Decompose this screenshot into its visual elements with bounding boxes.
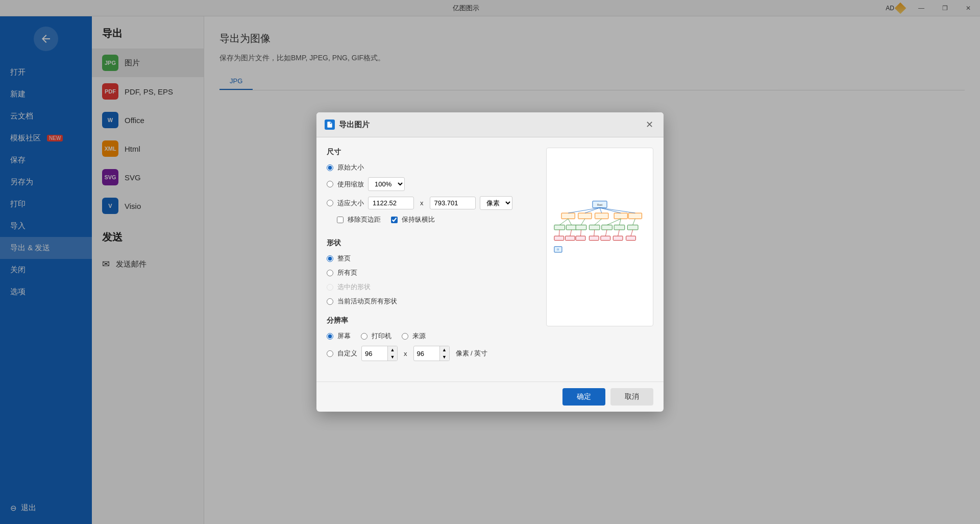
stepper-btns-2: ▲ ▼ xyxy=(439,346,449,361)
keep-ratio-label: 保持纵横比 xyxy=(402,215,435,224)
cancel-button[interactable]: 取消 xyxy=(610,388,653,406)
stepper-btns-1: ▲ ▼ xyxy=(387,346,397,361)
svg-rect-6 xyxy=(628,213,642,219)
svg-line-7 xyxy=(568,208,600,213)
svg-rect-12 xyxy=(554,225,565,230)
svg-rect-4 xyxy=(595,213,608,219)
resolution-section: 分辨率 屏幕 打印机 来源 xyxy=(327,316,536,361)
original-size-radio[interactable] xyxy=(327,164,333,171)
svg-line-25 xyxy=(633,219,635,225)
remove-padding-checkbox[interactable] xyxy=(337,217,344,223)
active-page-row: 当前活动页所有形状 xyxy=(327,297,536,306)
resolution-options-row: 屏幕 打印机 来源 xyxy=(327,331,536,341)
svg-rect-5 xyxy=(614,213,627,219)
modal-footer: 确定 取消 xyxy=(316,382,664,412)
res-x-separator: x xyxy=(402,350,409,358)
svg-line-23 xyxy=(607,219,621,225)
custom-res-input2[interactable]: ▲ ▼ xyxy=(413,346,450,361)
selected-shapes-label: 选中的形状 xyxy=(337,282,371,292)
svg-rect-14 xyxy=(576,225,586,230)
custom-res-val2[interactable] xyxy=(414,348,439,360)
shape-section-title: 形状 xyxy=(327,239,536,248)
modal-title-icon xyxy=(325,120,335,130)
original-size-row: 原始大小 xyxy=(327,163,536,172)
modal-close-button[interactable]: ✕ xyxy=(643,118,655,131)
export-image-modal: 导出图片 ✕ 尺寸 原始大小 使用缩放 xyxy=(316,112,664,412)
active-page-label: 当前活动页所有形状 xyxy=(337,297,397,306)
fit-width-input[interactable] xyxy=(368,197,414,209)
svg-line-9 xyxy=(600,208,602,213)
source-res-radio[interactable] xyxy=(402,333,408,340)
remove-padding-label: 移除页边距 xyxy=(348,215,381,224)
fit-size-label: 适应大小 xyxy=(337,199,364,208)
svg-rect-13 xyxy=(566,225,577,230)
selected-shapes-radio[interactable] xyxy=(327,284,333,291)
size-section: 尺寸 原始大小 使用缩放 100% 50% 150% 200% xyxy=(327,148,536,228)
stepper-down-1[interactable]: ▼ xyxy=(388,353,397,361)
shape-section: 形状 整页 所有页 选中的形状 当前活动页所 xyxy=(327,239,536,306)
custom-res-row: 自定义 ▲ ▼ x ▲ xyxy=(327,346,536,361)
all-pages-radio[interactable] xyxy=(327,270,333,276)
svg-rect-26 xyxy=(554,236,564,240)
modal-body: 尺寸 原始大小 使用缩放 100% 50% 150% 200% xyxy=(316,137,664,382)
svg-rect-30 xyxy=(601,236,610,240)
modal-title-group: 导出图片 xyxy=(325,120,370,130)
svg-line-22 xyxy=(595,219,602,225)
diagram-preview-panel: Root xyxy=(546,148,653,326)
svg-line-8 xyxy=(585,208,600,213)
svg-line-19 xyxy=(559,219,568,225)
svg-rect-29 xyxy=(589,236,599,240)
scale-select[interactable]: 100% 50% 150% 200% xyxy=(368,177,405,191)
printer-res-radio[interactable] xyxy=(361,333,368,340)
printer-res-label: 打印机 xyxy=(372,331,391,341)
source-res-row: 来源 xyxy=(402,331,426,341)
remove-padding-row: 移除页边距 xyxy=(337,215,381,224)
svg-line-21 xyxy=(581,219,585,225)
modal-overlay: 导出图片 ✕ 尺寸 原始大小 使用缩放 xyxy=(0,0,980,524)
fit-size-radio[interactable] xyxy=(327,200,333,206)
all-pages-row: 所有页 xyxy=(327,268,536,277)
x-separator: x xyxy=(418,199,426,207)
svg-rect-17 xyxy=(614,225,625,230)
svg-line-36 xyxy=(594,230,595,236)
svg-rect-32 xyxy=(626,236,636,240)
modal-form: 尺寸 原始大小 使用缩放 100% 50% 150% 200% xyxy=(327,148,536,371)
scale-size-radio[interactable] xyxy=(327,181,333,187)
all-pages-label: 所有页 xyxy=(337,268,357,277)
custom-res-radio[interactable] xyxy=(327,350,333,357)
svg-line-39 xyxy=(631,230,633,236)
svg-rect-28 xyxy=(576,236,585,240)
svg-rect-2 xyxy=(561,213,575,219)
original-size-label: 原始大小 xyxy=(337,163,364,172)
fit-height-input[interactable] xyxy=(430,197,476,209)
keep-ratio-checkbox[interactable] xyxy=(391,217,398,223)
whole-page-row: 整页 xyxy=(327,254,536,263)
svg-rect-16 xyxy=(602,225,612,230)
svg-rect-15 xyxy=(589,225,600,230)
res-unit-label: 像素 / 英寸 xyxy=(454,349,490,358)
svg-rect-31 xyxy=(613,236,623,240)
svg-line-35 xyxy=(581,230,581,236)
custom-res-input1[interactable]: ▲ ▼ xyxy=(361,346,398,361)
confirm-button[interactable]: 确定 xyxy=(562,388,605,406)
screen-res-radio[interactable] xyxy=(327,333,333,340)
scale-size-row: 使用缩放 100% 50% 150% 200% xyxy=(327,177,536,191)
stepper-up-2[interactable]: ▲ xyxy=(440,346,449,353)
svg-line-33 xyxy=(559,230,559,236)
svg-line-38 xyxy=(618,230,620,236)
svg-line-37 xyxy=(605,230,607,236)
screen-res-label: 屏幕 xyxy=(337,331,351,341)
svg-rect-3 xyxy=(578,213,592,219)
resolution-section-title: 分辨率 xyxy=(327,316,536,325)
whole-page-radio[interactable] xyxy=(327,255,333,262)
svg-rect-27 xyxy=(566,236,575,240)
active-page-radio[interactable] xyxy=(327,298,333,305)
printer-res-row: 打印机 xyxy=(361,331,391,341)
scale-size-label: 使用缩放 xyxy=(337,180,364,189)
custom-res-val1[interactable] xyxy=(362,348,387,360)
modal-title-text: 导出图片 xyxy=(339,120,370,130)
stepper-down-2[interactable]: ▼ xyxy=(440,353,449,361)
svg-rect-18 xyxy=(627,225,638,230)
fit-unit-select[interactable]: 像素 英寸 xyxy=(480,196,512,210)
stepper-up-1[interactable]: ▲ xyxy=(388,346,397,353)
